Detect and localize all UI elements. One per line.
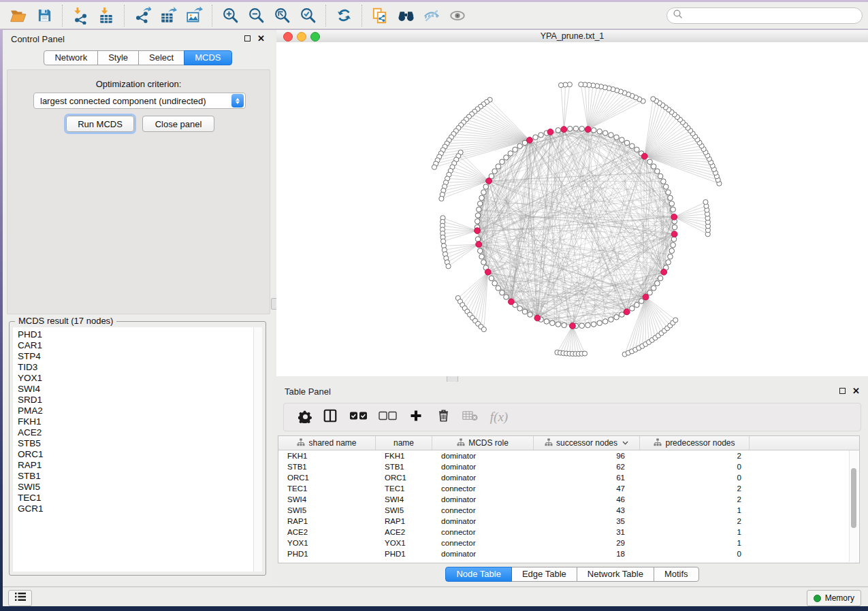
list-item[interactable]: CAR1 bbox=[18, 340, 262, 351]
list-scrollbar[interactable] bbox=[253, 327, 262, 572]
import-network-button[interactable] bbox=[67, 4, 93, 27]
table-scrollbar[interactable] bbox=[849, 450, 858, 562]
column-header-successor-nodes[interactable]: successor nodes bbox=[534, 436, 640, 450]
list-item[interactable]: STB5 bbox=[18, 438, 262, 449]
list-item[interactable]: RAP1 bbox=[18, 460, 262, 471]
list-item[interactable]: TID3 bbox=[18, 362, 262, 373]
tab-motifs[interactable]: Motifs bbox=[654, 567, 699, 582]
network-window: YPA_prune.txt_1 bbox=[276, 30, 868, 376]
eye-slash-icon bbox=[423, 7, 440, 24]
network-window-title: YPA_prune.txt_1 bbox=[276, 31, 868, 41]
delete-column-button[interactable] bbox=[430, 406, 457, 429]
float-panel-icon[interactable] bbox=[839, 388, 846, 394]
zoom-out-button[interactable] bbox=[243, 4, 269, 27]
select-all-button[interactable] bbox=[344, 406, 372, 429]
list-item[interactable]: PMA2 bbox=[18, 406, 262, 416]
close-panel-button[interactable]: Close panel bbox=[142, 116, 214, 132]
export-table-icon bbox=[159, 7, 177, 24]
table-row[interactable]: ACE2ACE2connector311 bbox=[278, 527, 859, 538]
table-row[interactable]: PHD1PHD1dominator180 bbox=[278, 548, 859, 559]
list-item[interactable]: GCR1 bbox=[18, 503, 262, 514]
cell-predecessor_nodes: 0 bbox=[640, 463, 750, 471]
refresh-icon bbox=[336, 7, 353, 24]
table-row[interactable]: ORC1ORC1dominator610 bbox=[278, 472, 859, 483]
column-label: predecessor nodes bbox=[665, 438, 735, 448]
search-input[interactable] bbox=[684, 10, 856, 21]
tab-edge-table[interactable]: Edge Table bbox=[511, 567, 577, 582]
list-item[interactable]: YOX1 bbox=[18, 373, 262, 384]
find-button[interactable] bbox=[393, 4, 419, 27]
tab-mcds[interactable]: MCDS bbox=[184, 50, 231, 65]
list-item[interactable]: PHD1 bbox=[18, 329, 262, 340]
column-header-predecessor-nodes[interactable]: predecessor nodes bbox=[640, 436, 750, 450]
export-image-button[interactable] bbox=[181, 4, 207, 27]
table-row[interactable]: STB1STB1dominator620 bbox=[278, 461, 859, 472]
memory-label: Memory bbox=[825, 593, 854, 603]
cell-mcds_role: connector bbox=[432, 506, 534, 514]
cell-mcds_role: connector bbox=[432, 484, 534, 493]
table-row[interactable]: SWI4SWI4dominator462 bbox=[278, 494, 859, 505]
scrollbar-thumb[interactable] bbox=[851, 468, 856, 528]
zoom-selected-button[interactable] bbox=[295, 4, 321, 27]
tab-style[interactable]: Style bbox=[97, 50, 139, 65]
settings-gear-button[interactable] bbox=[293, 406, 317, 429]
refresh-button[interactable] bbox=[331, 4, 357, 27]
list-item[interactable]: ORC1 bbox=[18, 449, 262, 460]
list-item[interactable]: STP4 bbox=[18, 351, 262, 362]
close-panel-icon[interactable]: ✕ bbox=[257, 35, 265, 42]
table-row[interactable]: YOX1YOX1connector291 bbox=[278, 538, 859, 548]
network-canvas[interactable] bbox=[276, 42, 868, 376]
column-header-name[interactable]: name bbox=[376, 436, 432, 450]
list-item[interactable]: SWI4 bbox=[18, 384, 262, 395]
tab-network[interactable]: Network bbox=[44, 50, 98, 65]
network-graph[interactable] bbox=[276, 42, 868, 376]
mcds-result-list[interactable]: PHD1CAR1STP4TID3YOX1SWI4SRD1PMA2FKH1ACE2… bbox=[13, 327, 262, 572]
search-box[interactable] bbox=[666, 7, 863, 24]
trash-icon bbox=[436, 408, 451, 426]
cell-predecessor_nodes: 2 bbox=[640, 452, 750, 460]
cell-predecessor_nodes: 1 bbox=[640, 528, 750, 536]
list-item[interactable]: TEC1 bbox=[18, 493, 262, 503]
open-button[interactable] bbox=[5, 4, 31, 27]
column-header-shared-name[interactable]: shared name bbox=[278, 436, 376, 450]
table-row[interactable]: TEC1TEC1connector472 bbox=[278, 483, 859, 494]
node-table[interactable]: shared namenameMCDS rolesuccessor nodesp… bbox=[278, 435, 860, 563]
zoom-fit-button[interactable] bbox=[269, 4, 295, 27]
list-item[interactable]: SWI5 bbox=[18, 482, 262, 493]
float-panel-icon[interactable] bbox=[244, 35, 251, 42]
list-item[interactable]: FKH1 bbox=[18, 416, 262, 427]
table-row[interactable]: RAP1RAP1dominator352 bbox=[278, 516, 859, 527]
table-row[interactable]: SWI5SWI5connector431 bbox=[278, 505, 859, 516]
export-table-button[interactable] bbox=[155, 4, 181, 27]
new-network-from-selection-button[interactable] bbox=[367, 4, 393, 27]
network-window-titlebar[interactable]: YPA_prune.txt_1 bbox=[276, 30, 868, 43]
table-row[interactable]: FKH1FKH1dominator962 bbox=[278, 450, 859, 461]
task-history-button[interactable] bbox=[8, 590, 32, 606]
import-table-button[interactable] bbox=[93, 4, 119, 27]
list-item[interactable]: SRD1 bbox=[18, 395, 262, 406]
memory-button[interactable]: Memory bbox=[807, 590, 861, 606]
show-all-button[interactable] bbox=[445, 4, 470, 27]
list-item[interactable]: STB1 bbox=[18, 471, 262, 482]
delete-table-button[interactable] bbox=[457, 406, 483, 429]
deselect-all-button[interactable] bbox=[372, 406, 402, 429]
horizontal-splitter[interactable] bbox=[276, 376, 868, 382]
tab-network-table[interactable]: Network Table bbox=[577, 567, 654, 582]
column-header-MCDS-role[interactable]: MCDS role bbox=[432, 436, 534, 450]
export-network-button[interactable] bbox=[129, 4, 155, 27]
tab-select[interactable]: Select bbox=[138, 50, 184, 65]
cell-mcds_role: dominator bbox=[432, 463, 534, 471]
function-builder-button[interactable]: f(x) bbox=[483, 406, 515, 429]
optimization-select[interactable]: largest connected component (undirected) bbox=[33, 93, 246, 109]
toolbar-separator bbox=[212, 5, 212, 27]
column-chooser-button[interactable] bbox=[317, 406, 344, 429]
tab-node-table[interactable]: Node Table bbox=[445, 567, 512, 582]
close-panel-icon[interactable]: ✕ bbox=[852, 387, 860, 395]
zoom-in-button[interactable] bbox=[217, 4, 243, 27]
add-column-button[interactable] bbox=[402, 406, 430, 429]
memory-status-icon bbox=[814, 595, 821, 602]
hide-selected-button[interactable] bbox=[419, 4, 445, 27]
list-item[interactable]: ACE2 bbox=[18, 427, 262, 438]
save-button[interactable] bbox=[31, 4, 57, 27]
run-mcds-button[interactable]: Run MCDS bbox=[66, 116, 134, 132]
